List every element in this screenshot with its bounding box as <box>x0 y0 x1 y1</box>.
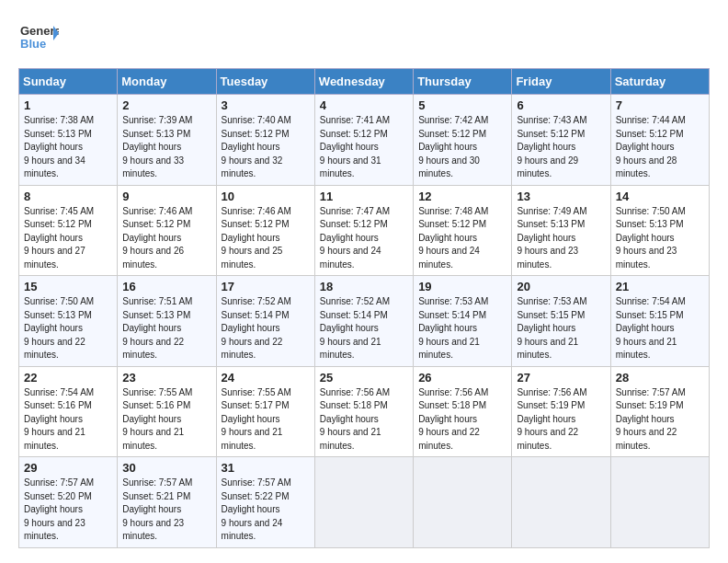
calendar-cell: 27 Sunrise: 7:56 AM Sunset: 5:19 PM Dayl… <box>512 366 610 457</box>
day-number: 23 <box>122 371 210 385</box>
calendar-cell: 20 Sunrise: 7:53 AM Sunset: 5:15 PM Dayl… <box>512 276 610 367</box>
day-number: 24 <box>222 371 310 385</box>
day-info: Sunrise: 7:43 AM Sunset: 5:12 PM Dayligh… <box>517 114 605 181</box>
calendar-cell: 24 Sunrise: 7:55 AM Sunset: 5:17 PM Dayl… <box>216 366 314 457</box>
logo-graphic: General Blue <box>18 18 59 59</box>
day-info: Sunrise: 7:51 AM Sunset: 5:13 PM Dayligh… <box>122 295 210 362</box>
calendar-cell <box>414 457 512 548</box>
day-number: 10 <box>222 190 310 203</box>
day-info: Sunrise: 7:57 AM Sunset: 5:22 PM Dayligh… <box>222 477 310 544</box>
day-number: 28 <box>616 371 704 385</box>
calendar-cell: 19 Sunrise: 7:53 AM Sunset: 5:14 PM Dayl… <box>414 276 512 367</box>
calendar-cell: 7 Sunrise: 7:44 AM Sunset: 5:12 PM Dayli… <box>610 95 709 186</box>
col-header-monday: Monday <box>118 69 216 95</box>
calendar-cell: 5 Sunrise: 7:42 AM Sunset: 5:12 PM Dayli… <box>414 95 512 186</box>
calendar-cell <box>512 457 610 548</box>
calendar-cell: 23 Sunrise: 7:55 AM Sunset: 5:16 PM Dayl… <box>118 366 216 457</box>
day-number: 11 <box>320 190 408 203</box>
svg-text:Blue: Blue <box>20 37 46 51</box>
day-info: Sunrise: 7:49 AM Sunset: 5:13 PM Dayligh… <box>517 205 605 272</box>
day-number: 5 <box>418 98 506 112</box>
day-info: Sunrise: 7:53 AM Sunset: 5:14 PM Dayligh… <box>418 295 506 362</box>
day-number: 22 <box>24 371 112 385</box>
calendar-cell: 16 Sunrise: 7:51 AM Sunset: 5:13 PM Dayl… <box>118 276 216 367</box>
calendar-cell: 17 Sunrise: 7:52 AM Sunset: 5:14 PM Dayl… <box>216 276 314 367</box>
day-info: Sunrise: 7:56 AM Sunset: 5:19 PM Dayligh… <box>517 386 605 454</box>
day-number: 19 <box>418 280 506 293</box>
calendar-cell: 12 Sunrise: 7:48 AM Sunset: 5:12 PM Dayl… <box>414 185 512 276</box>
calendar-week-3: 15 Sunrise: 7:50 AM Sunset: 5:13 PM Dayl… <box>19 276 710 367</box>
calendar-cell: 11 Sunrise: 7:47 AM Sunset: 5:12 PM Dayl… <box>314 185 413 276</box>
day-info: Sunrise: 7:46 AM Sunset: 5:12 PM Dayligh… <box>222 205 310 272</box>
day-info: Sunrise: 7:55 AM Sunset: 5:17 PM Dayligh… <box>222 386 310 454</box>
day-info: Sunrise: 7:41 AM Sunset: 5:12 PM Dayligh… <box>320 114 408 181</box>
day-info: Sunrise: 7:38 AM Sunset: 5:13 PM Dayligh… <box>24 114 112 181</box>
day-number: 8 <box>24 190 112 203</box>
calendar-cell: 2 Sunrise: 7:39 AM Sunset: 5:13 PM Dayli… <box>118 95 216 186</box>
day-info: Sunrise: 7:52 AM Sunset: 5:14 PM Dayligh… <box>320 295 408 362</box>
calendar-cell: 28 Sunrise: 7:57 AM Sunset: 5:19 PM Dayl… <box>610 366 709 457</box>
day-number: 30 <box>122 461 210 475</box>
calendar-cell: 26 Sunrise: 7:56 AM Sunset: 5:18 PM Dayl… <box>414 366 512 457</box>
day-number: 17 <box>222 280 310 293</box>
calendar-week-1: 1 Sunrise: 7:38 AM Sunset: 5:13 PM Dayli… <box>19 95 710 186</box>
col-header-sunday: Sunday <box>19 69 118 95</box>
day-number: 16 <box>122 280 210 293</box>
day-number: 14 <box>616 190 704 203</box>
day-info: Sunrise: 7:57 AM Sunset: 5:21 PM Dayligh… <box>122 477 210 544</box>
day-number: 3 <box>222 98 310 112</box>
calendar-cell: 4 Sunrise: 7:41 AM Sunset: 5:12 PM Dayli… <box>314 95 413 186</box>
day-info: Sunrise: 7:47 AM Sunset: 5:12 PM Dayligh… <box>320 205 408 272</box>
day-number: 13 <box>517 190 605 203</box>
calendar-cell <box>610 457 709 548</box>
calendar-cell: 18 Sunrise: 7:52 AM Sunset: 5:14 PM Dayl… <box>314 276 413 367</box>
day-info: Sunrise: 7:56 AM Sunset: 5:18 PM Dayligh… <box>418 386 506 454</box>
day-number: 7 <box>616 98 704 112</box>
calendar-cell: 25 Sunrise: 7:56 AM Sunset: 5:18 PM Dayl… <box>314 366 413 457</box>
day-info: Sunrise: 7:54 AM Sunset: 5:15 PM Dayligh… <box>616 295 704 362</box>
day-number: 18 <box>320 280 408 293</box>
calendar-week-4: 22 Sunrise: 7:54 AM Sunset: 5:16 PM Dayl… <box>19 366 710 457</box>
col-header-friday: Friday <box>512 69 610 95</box>
col-header-wednesday: Wednesday <box>314 69 413 95</box>
day-number: 26 <box>418 371 506 385</box>
calendar-cell: 6 Sunrise: 7:43 AM Sunset: 5:12 PM Dayli… <box>512 95 610 186</box>
day-number: 31 <box>222 461 310 475</box>
day-number: 12 <box>418 190 506 203</box>
day-number: 9 <box>122 190 210 203</box>
calendar-cell: 14 Sunrise: 7:50 AM Sunset: 5:13 PM Dayl… <box>610 185 709 276</box>
calendar-cell: 21 Sunrise: 7:54 AM Sunset: 5:15 PM Dayl… <box>610 276 709 367</box>
page-header: General Blue <box>18 18 710 59</box>
calendar-cell <box>314 457 413 548</box>
day-number: 6 <box>517 98 605 112</box>
day-number: 20 <box>517 280 605 293</box>
calendar-cell: 8 Sunrise: 7:45 AM Sunset: 5:12 PM Dayli… <box>19 185 118 276</box>
day-number: 29 <box>24 461 112 475</box>
day-info: Sunrise: 7:50 AM Sunset: 5:13 PM Dayligh… <box>24 295 112 362</box>
day-info: Sunrise: 7:45 AM Sunset: 5:12 PM Dayligh… <box>24 205 112 272</box>
logo-container: General Blue <box>18 18 59 59</box>
day-number: 15 <box>24 280 112 293</box>
calendar-cell: 29 Sunrise: 7:57 AM Sunset: 5:20 PM Dayl… <box>19 457 118 548</box>
calendar-week-5: 29 Sunrise: 7:57 AM Sunset: 5:20 PM Dayl… <box>19 457 710 548</box>
day-info: Sunrise: 7:57 AM Sunset: 5:20 PM Dayligh… <box>24 477 112 544</box>
calendar-cell: 30 Sunrise: 7:57 AM Sunset: 5:21 PM Dayl… <box>118 457 216 548</box>
calendar-cell: 31 Sunrise: 7:57 AM Sunset: 5:22 PM Dayl… <box>216 457 314 548</box>
col-header-saturday: Saturday <box>610 69 709 95</box>
day-number: 21 <box>616 280 704 293</box>
svg-text:General: General <box>20 24 59 38</box>
day-number: 2 <box>122 98 210 112</box>
calendar-cell: 13 Sunrise: 7:49 AM Sunset: 5:13 PM Dayl… <box>512 185 610 276</box>
day-info: Sunrise: 7:44 AM Sunset: 5:12 PM Dayligh… <box>616 114 704 181</box>
day-info: Sunrise: 7:55 AM Sunset: 5:16 PM Dayligh… <box>122 386 210 454</box>
calendar-table: SundayMondayTuesdayWednesdayThursdayFrid… <box>18 68 710 548</box>
day-info: Sunrise: 7:52 AM Sunset: 5:14 PM Dayligh… <box>222 295 310 362</box>
calendar-cell: 10 Sunrise: 7:46 AM Sunset: 5:12 PM Dayl… <box>216 185 314 276</box>
calendar-cell: 22 Sunrise: 7:54 AM Sunset: 5:16 PM Dayl… <box>19 366 118 457</box>
day-number: 25 <box>320 371 408 385</box>
day-info: Sunrise: 7:39 AM Sunset: 5:13 PM Dayligh… <box>122 114 210 181</box>
col-header-thursday: Thursday <box>414 69 512 95</box>
day-info: Sunrise: 7:50 AM Sunset: 5:13 PM Dayligh… <box>616 205 704 272</box>
day-info: Sunrise: 7:42 AM Sunset: 5:12 PM Dayligh… <box>418 114 506 181</box>
day-info: Sunrise: 7:57 AM Sunset: 5:19 PM Dayligh… <box>616 386 704 454</box>
